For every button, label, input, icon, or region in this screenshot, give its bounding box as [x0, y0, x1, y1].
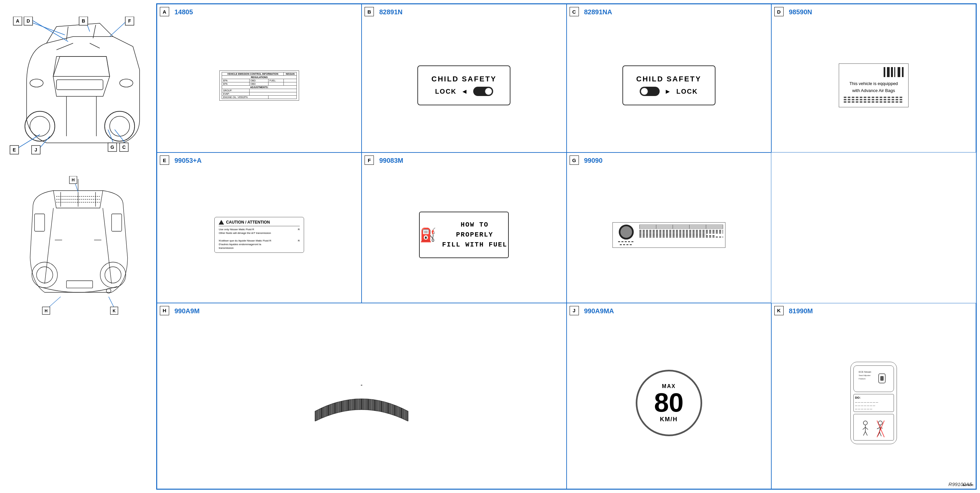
car-top-svg: A D B F E J G	[6, 17, 150, 156]
svg-rect-43	[35, 214, 45, 232]
svg-point-101	[863, 421, 867, 425]
cell-B: B 82891N CHILD SAFETY LOCK ◄	[361, 4, 566, 153]
svg-rect-100	[880, 376, 884, 381]
cell-F: F 99083M ⛽ HOW TO PROPERLY FILL WITH FUE…	[361, 153, 566, 303]
tire-circle-G	[619, 224, 634, 240]
cell-J: J 990A9MA MAX 80 KM/H	[566, 303, 771, 489]
sticker-K-seatbelt: ECE Nissan Seat Adjuster Feature DO: — —…	[850, 362, 897, 444]
svg-text:Feature: Feature	[859, 378, 866, 380]
svg-point-50	[100, 262, 126, 288]
svg-line-104	[865, 427, 868, 429]
do-label-K: DO:	[855, 396, 892, 400]
part-number-H: 990A9M	[175, 307, 200, 315]
lock-label-C: LOCK	[676, 88, 698, 95]
part-number-D: 98590N	[789, 8, 812, 16]
caution-text-E: Use only Nissan Matic Fluid R R Other fl…	[219, 227, 300, 250]
vehicle-diagram-section: A D B F E J G	[0, 0, 156, 493]
cell-label-K: K	[774, 306, 784, 315]
vehicle-top-view: A D B F E J G	[6, 17, 150, 156]
svg-rect-6	[56, 80, 103, 90]
lock-row-B: LOCK ◄	[435, 87, 493, 96]
speed-unit-label: KM/H	[660, 416, 678, 423]
svg-rect-54	[67, 281, 93, 288]
svg-point-1	[30, 116, 50, 136]
toggle-switch-C	[640, 87, 660, 96]
sticker-G-tire	[612, 222, 725, 248]
cell-H: H 990A9M	[157, 303, 566, 489]
cell-label-B: B	[364, 7, 374, 16]
svg-line-12	[90, 43, 100, 48]
cell-label-H: H	[160, 306, 169, 315]
svg-line-45	[45, 208, 53, 284]
svg-text:C: C	[122, 145, 126, 150]
seatbelt-mid-K: DO: — — — — — — — — — — — — — — — — — — …	[853, 394, 894, 412]
lock-arrow-C: ►	[664, 88, 671, 95]
sticker-area-B: CHILD SAFETY LOCK ◄	[366, 22, 561, 149]
svg-line-8	[93, 25, 96, 38]
cell-label-F: F	[364, 156, 374, 165]
fuel-pump-icon: ⛽	[420, 227, 436, 243]
cell-G: G 99090	[566, 153, 771, 303]
seatbelt-figures-svg	[861, 419, 887, 439]
seatbelt-top-K: ECE Nissan Seat Adjuster Feature	[853, 366, 894, 392]
svg-text:Seat Adjuster: Seat Adjuster	[859, 374, 871, 376]
svg-point-3	[110, 116, 130, 136]
sticker-area-H: △	[162, 321, 562, 485]
lock-arrow-B: ◄	[461, 88, 469, 95]
svg-text:H: H	[45, 309, 48, 313]
caution-header-E: CAUTION / ATTENTION	[219, 220, 300, 226]
catalog-section: A 14805 VEHICLE EMISSION CONTROL INFORMA…	[156, 3, 977, 490]
svg-text:B: B	[82, 18, 85, 24]
cell-D: D 98590N	[771, 4, 976, 153]
svg-point-48	[32, 262, 57, 288]
svg-line-34	[115, 130, 125, 142]
sticker-area-F: ⛽ HOW TO PROPERLY FILL WITH FUEL	[366, 170, 561, 299]
speed-value: 80	[654, 390, 684, 416]
sticker-area-A: VEHICLE EMISSION CONTROL INFORMATION NIS…	[162, 22, 356, 149]
part-number-B: 82891N	[379, 8, 402, 16]
svg-line-106	[865, 431, 867, 436]
svg-text:△: △	[361, 385, 363, 385]
seatbelt-bot-K: DO NOT:	[853, 414, 894, 441]
sticker-E-caution: CAUTION / ATTENTION Use only Nissan Mati…	[214, 217, 304, 253]
cell-K: K 81990M ECE Nissan Seat Adjuster Featur…	[771, 303, 976, 489]
sticker-area-G	[571, 170, 766, 299]
svg-text:H: H	[72, 178, 75, 182]
tire-icon-G	[615, 224, 638, 245]
svg-point-51	[105, 267, 121, 283]
svg-line-11	[56, 43, 73, 50]
caution-header-text-E: CAUTION / ATTENTION	[226, 220, 270, 224]
tire-strip-svg: △	[312, 385, 411, 421]
lock-label-B: LOCK	[435, 88, 457, 95]
sticker-H-tire-strip: △	[312, 383, 411, 423]
svg-text:F: F	[128, 18, 131, 24]
cell-A: A 14805 VEHICLE EMISSION CONTROL INFORMA…	[157, 4, 361, 153]
cell-label-D: D	[774, 7, 784, 16]
catalog-grid: A 14805 VEHICLE EMISSION CONTROL INFORMA…	[157, 4, 976, 489]
sticker-area-E: CAUTION / ATTENTION Use only Nissan Mati…	[162, 170, 356, 299]
svg-line-103	[863, 427, 865, 429]
svg-line-109	[877, 428, 880, 429]
svg-text:K: K	[113, 309, 116, 313]
part-number-C: 82891NA	[584, 8, 612, 16]
child-safety-text-B: CHILD SAFETY	[431, 75, 496, 83]
svg-point-2	[105, 111, 135, 141]
cell-label-J: J	[570, 306, 579, 315]
part-number-A: 14805	[175, 8, 193, 16]
sticker-C-child-safety: CHILD SAFETY ► LOCK	[622, 65, 716, 105]
part-number-G: 99090	[584, 157, 603, 164]
svg-line-105	[863, 431, 865, 436]
svg-rect-44	[112, 214, 122, 232]
sticker-area-C: CHILD SAFETY ► LOCK	[571, 22, 766, 149]
sticker-area-J: MAX 80 KM/H	[571, 321, 766, 485]
part-number-F: 99083M	[379, 157, 403, 164]
cell-C: C 82891NA CHILD SAFETY ► LOCK	[566, 4, 771, 153]
svg-text:E: E	[13, 147, 16, 153]
cell-label-C: C	[570, 7, 579, 16]
svg-line-16	[32, 20, 68, 41]
cell-E: E 99053+A CAUTION / ATTENTION Use only N…	[157, 153, 361, 303]
sticker-J-speed: MAX 80 KM/H	[636, 370, 702, 436]
svg-text:J: J	[35, 147, 37, 153]
child-safety-text-C: CHILD SAFETY	[636, 75, 702, 83]
sticker-D-airbag: This vehicle is eqquipped with Advance A…	[839, 64, 908, 108]
